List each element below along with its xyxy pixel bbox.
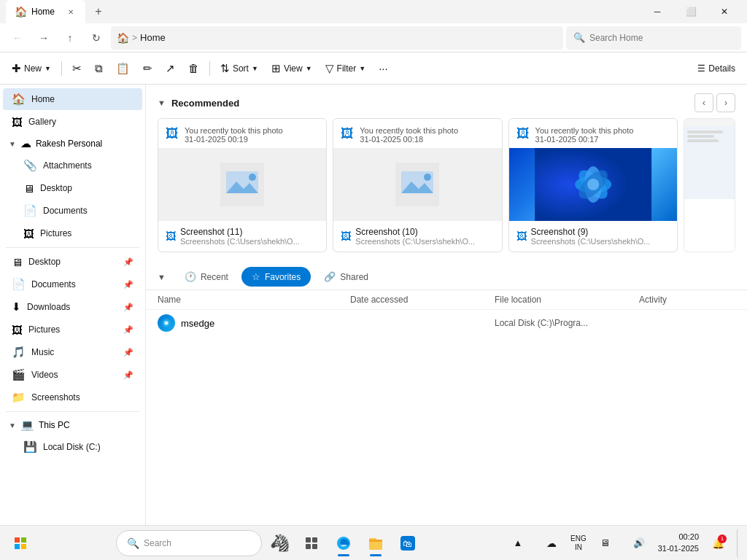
toolbar-separator-1 <box>61 61 62 76</box>
back-button[interactable]: ← <box>6 26 29 50</box>
copy-button[interactable]: ⧉ <box>89 57 109 80</box>
sidebar-documents-label: Documents <box>43 206 88 216</box>
up-button[interactable]: ↑ <box>58 26 82 50</box>
rec-card-1-date: 31-01-2025 00:19 <box>185 135 283 144</box>
minimize-button[interactable]: ─ <box>640 0 674 23</box>
filter-button[interactable]: ▽ Filter ▼ <box>320 57 372 80</box>
rec-card-1-meta: You recently took this photo 31-01-2025 … <box>185 126 283 144</box>
taskbar-right: ▲ ☁ ENGIN 🖥 🔊 00:20 31-01-2025 🔔 1 <box>503 529 741 558</box>
new-dropdown-icon: ▼ <box>44 65 51 72</box>
sidebar-qa-videos-label: Videos <box>31 370 58 380</box>
maximize-button[interactable]: ⬜ <box>674 0 708 23</box>
tab-favorites[interactable]: ☆ Favorites <box>241 267 311 287</box>
taskbar-search[interactable]: 🔍 Search <box>116 530 262 556</box>
rename-button[interactable]: ✏ <box>137 57 158 80</box>
view-button[interactable]: ⊞ View ▼ <box>266 57 318 80</box>
recommended-title: Recommended <box>171 98 239 109</box>
home-breadcrumb-icon: 🏠 <box>117 32 129 44</box>
taskbar-store[interactable]: 🛍 <box>393 529 422 558</box>
local-disk-icon: 💾 <box>23 440 37 454</box>
cloud-icon: ☁ <box>20 137 31 150</box>
sort-dropdown-icon: ▼ <box>252 65 258 72</box>
sidebar-item-gallery[interactable]: 🖼 Gallery <box>3 111 142 133</box>
copy-icon: ⧉ <box>95 62 103 75</box>
more-button[interactable]: ··· <box>373 57 394 80</box>
prev-arrow[interactable]: ‹ <box>694 93 713 112</box>
search-input[interactable] <box>589 33 734 43</box>
sidebar-item-qa-desktop[interactable]: 🖥 Desktop 📌 <box>3 251 142 273</box>
sidebar-item-local-disk[interactable]: 💾 Local Disk (C:) <box>3 436 142 458</box>
new-button[interactable]: ✚ New ▼ <box>6 57 57 80</box>
current-time: 00:20 <box>658 532 699 542</box>
delete-icon: 🗑 <box>188 62 199 74</box>
tab-recent-label: Recent <box>201 272 228 282</box>
rec-card-1[interactable]: 🖼 You recently took this photo 31-01-202… <box>158 118 327 252</box>
col-header-activity[interactable]: Activity <box>639 295 735 305</box>
recent-icon: 🕐 <box>185 271 196 282</box>
show-hidden-icons[interactable]: ▲ <box>503 529 533 558</box>
details-icon: ☰ <box>697 63 705 74</box>
taskbar-zebra-icon[interactable]: 🦓 <box>265 529 294 558</box>
search-box[interactable]: 🔍 <box>566 26 741 50</box>
next-arrow[interactable]: › <box>716 93 735 112</box>
monitor-icon[interactable]: 🖥 <box>591 529 620 558</box>
details-button[interactable]: ☰ Details <box>692 57 741 80</box>
taskbar-edge[interactable] <box>329 529 358 558</box>
sidebar-group-rakesh[interactable]: ▼ ☁ Rakesh Personal <box>3 133 142 154</box>
forward-button[interactable]: → <box>32 26 55 50</box>
sidebar-item-desktop[interactable]: 🖥 Desktop <box>3 177 142 199</box>
sidebar-qa-screenshots-label: Screenshots <box>31 392 80 402</box>
col-header-location[interactable]: File location <box>495 295 639 305</box>
sort-button[interactable]: ⇅ Sort ▼ <box>214 57 264 80</box>
new-tab-button[interactable]: + <box>88 1 109 22</box>
rec-card-3[interactable]: 🖼 You recently took this photo 31-01-202… <box>508 118 678 252</box>
paste-button[interactable]: 📋 <box>110 57 136 80</box>
col-header-name[interactable]: Name <box>158 295 350 305</box>
volume-icon[interactable]: 🔊 <box>624 529 654 558</box>
taskbar: 🔍 Search 🦓 <box>0 525 747 560</box>
sidebar-item-qa-videos[interactable]: 🎬 Videos 📌 <box>3 364 142 386</box>
sidebar-item-pictures[interactable]: 🖼 Pictures <box>3 222 142 244</box>
delete-button[interactable]: 🗑 <box>182 57 205 80</box>
taskbar-taskview[interactable] <box>297 529 326 558</box>
svg-text:🛍: 🛍 <box>403 538 412 549</box>
cut-icon: ✂ <box>72 62 82 75</box>
cut-button[interactable]: ✂ <box>66 57 88 80</box>
pictures-icon: 🖼 <box>23 228 34 240</box>
new-icon: ✚ <box>12 62 21 75</box>
svg-rect-19 <box>312 537 317 542</box>
file-name-cell: msedge <box>158 314 350 332</box>
rec-card-2[interactable]: 🖼 You recently took this photo 31-01-202… <box>333 118 502 252</box>
close-button[interactable]: ✕ <box>708 0 741 23</box>
sidebar-item-qa-music[interactable]: 🎵 Music 📌 <box>3 341 142 363</box>
sidebar-item-attachments[interactable]: 📎 Attachments <box>3 155 142 176</box>
onedrive-icon[interactable]: ☁ <box>537 529 566 558</box>
col-header-date[interactable]: Date accessed <box>350 295 495 305</box>
clock[interactable]: 00:20 31-01-2025 <box>658 532 699 554</box>
sidebar-item-qa-pictures[interactable]: 🖼 Pictures 📌 <box>3 319 142 341</box>
file-row-msedge[interactable]: msedge Local Disk (C:)\Progra... <box>146 310 747 336</box>
show-desktop[interactable] <box>737 529 741 558</box>
taskbar-explorer[interactable] <box>361 529 390 558</box>
active-tab[interactable]: 🏠 Home ✕ <box>6 0 85 23</box>
sidebar-item-qa-downloads[interactable]: ⬇ Downloads 📌 <box>3 296 142 318</box>
sidebar-item-documents[interactable]: 📄 Documents <box>3 200 142 222</box>
share-button[interactable]: ↗ <box>160 57 181 80</box>
rec-card-3-info: Screenshot (9) Screenshots (C:\Users\she… <box>531 227 651 246</box>
breadcrumb[interactable]: 🏠 > Home <box>111 26 563 50</box>
refresh-button[interactable]: ↻ <box>85 26 108 50</box>
start-button[interactable] <box>6 529 35 558</box>
tab-recent[interactable]: 🕐 Recent <box>174 267 239 287</box>
tab-close-button[interactable]: ✕ <box>65 6 77 18</box>
tab-shared-label: Shared <box>340 272 368 282</box>
sidebar-item-qa-documents[interactable]: 📄 Documents 📌 <box>3 273 142 295</box>
sidebar-item-qa-screenshots[interactable]: 📁 Screenshots <box>3 386 142 408</box>
notification-area[interactable]: 🔔 1 <box>703 529 732 558</box>
sidebar-item-home[interactable]: 🏠 Home <box>3 88 142 110</box>
sidebar-group-thispc[interactable]: ▼ 💻 This PC <box>3 415 142 435</box>
files-section-collapse[interactable]: ▼ <box>158 273 166 281</box>
view-icon: ⊞ <box>271 62 281 75</box>
breadcrumb-current: Home <box>140 32 166 43</box>
tab-shared[interactable]: 🔗 Shared <box>314 267 379 287</box>
recommended-collapse[interactable]: ▼ <box>158 98 166 107</box>
